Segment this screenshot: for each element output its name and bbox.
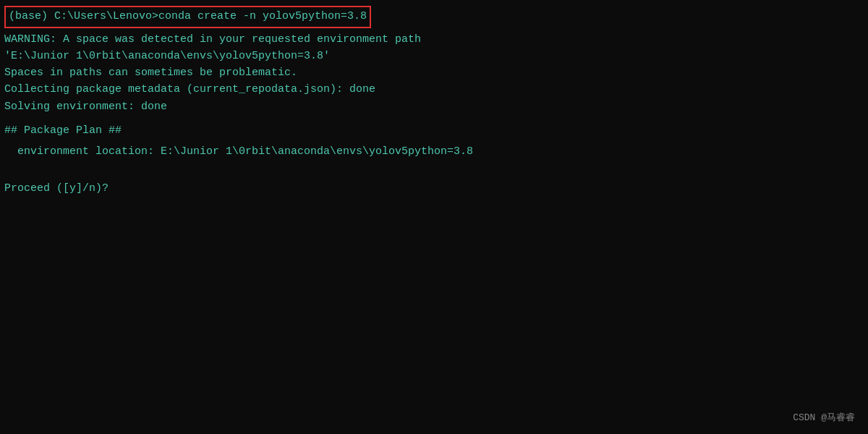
- solving-line: Solving environment: done: [4, 98, 864, 115]
- watermark: CSDN @马睿睿: [793, 411, 855, 424]
- proceed-prompt[interactable]: Proceed ([y]/n)?: [4, 180, 864, 197]
- warning-line3: Spaces in paths can sometimes be problem…: [4, 64, 864, 81]
- collecting-line: Collecting package metadata (current_rep…: [4, 81, 864, 98]
- terminal-window: (base) C:\Users\Lenovo>conda create -n y…: [0, 0, 868, 434]
- warning-line1: WARNING: A space was detected in your re…: [4, 31, 864, 48]
- section-header: ## Package Plan ##: [4, 122, 864, 139]
- env-location-line: environment location: E:\Junior 1\0rbit\…: [4, 143, 864, 160]
- warning-line2: 'E:\Junior 1\0rbit\anaconda\envs\yolov5p…: [4, 48, 864, 64]
- command-text: (base) C:\Users\Lenovo>conda create -n y…: [9, 10, 367, 22]
- command-highlight-box: (base) C:\Users\Lenovo>conda create -n y…: [4, 6, 371, 28]
